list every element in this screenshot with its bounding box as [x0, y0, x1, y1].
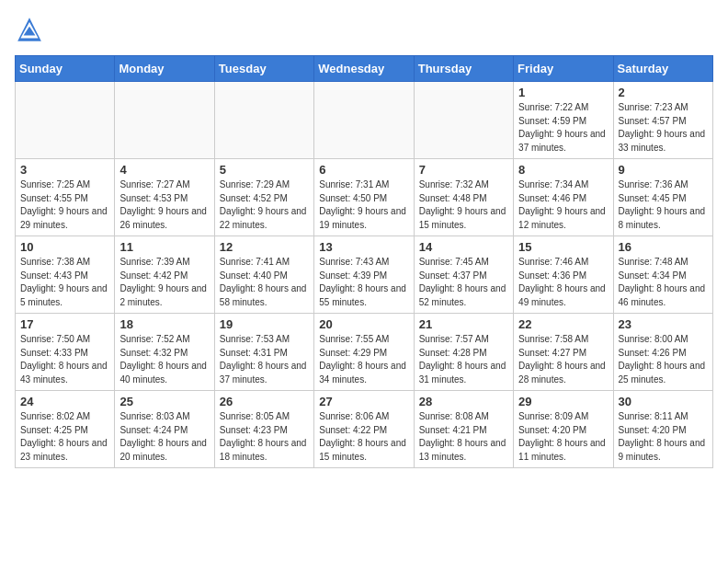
day-number: 6: [319, 163, 408, 177]
day-number: 1: [518, 86, 608, 99]
logo: [15, 15, 48, 44]
day-number: 2: [619, 86, 708, 99]
day-info: Sunrise: 7:43 AMSunset: 4:39 PMDaylight:…: [319, 256, 408, 309]
day-info: Sunrise: 7:27 AMSunset: 4:53 PMDaylight:…: [119, 178, 209, 232]
day-info: Sunrise: 8:08 AMSunset: 4:21 PMDaylight:…: [419, 410, 508, 464]
day-info: Sunrise: 7:32 AMSunset: 4:48 PMDaylight:…: [419, 178, 508, 232]
day-number: 27: [319, 395, 408, 408]
weekday-header: Thursday: [414, 56, 513, 82]
day-info: Sunrise: 7:45 AMSunset: 4:37 PMDaylight:…: [419, 256, 508, 309]
day-info: Sunrise: 8:06 AMSunset: 4:22 PMDaylight:…: [319, 410, 408, 464]
day-info: Sunrise: 8:05 AMSunset: 4:23 PMDaylight:…: [220, 410, 309, 464]
day-info: Sunrise: 7:31 AMSunset: 4:50 PMDaylight:…: [319, 178, 408, 232]
calendar-header-row: SundayMondayTuesdayWednesdayThursdayFrid…: [16, 56, 713, 82]
day-info: Sunrise: 8:02 AMSunset: 4:25 PMDaylight:…: [20, 410, 109, 464]
day-number: 5: [220, 163, 309, 177]
weekday-header: Saturday: [613, 56, 712, 82]
day-info: Sunrise: 7:46 AMSunset: 4:36 PMDaylight:…: [518, 256, 608, 309]
calendar-day-cell: 9Sunrise: 7:36 AMSunset: 4:45 PMDaylight…: [613, 159, 712, 236]
calendar-day-cell: [414, 82, 513, 159]
day-info: Sunrise: 7:48 AMSunset: 4:34 PMDaylight:…: [619, 256, 708, 309]
calendar-week-row: 10Sunrise: 7:38 AMSunset: 4:43 PMDayligh…: [16, 236, 713, 314]
calendar-day-cell: 4Sunrise: 7:27 AMSunset: 4:53 PMDaylight…: [115, 159, 214, 236]
day-number: 19: [220, 317, 309, 331]
calendar-day-cell: 18Sunrise: 7:52 AMSunset: 4:32 PMDayligh…: [115, 314, 214, 391]
day-info: Sunrise: 8:00 AMSunset: 4:26 PMDaylight:…: [619, 333, 708, 386]
day-number: 23: [619, 317, 708, 331]
calendar-day-cell: 15Sunrise: 7:46 AMSunset: 4:36 PMDayligh…: [514, 236, 613, 314]
calendar-week-row: 24Sunrise: 8:02 AMSunset: 4:25 PMDayligh…: [16, 391, 713, 468]
calendar-week-row: 1Sunrise: 7:22 AMSunset: 4:59 PMDaylight…: [16, 82, 713, 159]
calendar-day-cell: 22Sunrise: 7:58 AMSunset: 4:27 PMDayligh…: [514, 314, 613, 391]
calendar-day-cell: 1Sunrise: 7:22 AMSunset: 4:59 PMDaylight…: [514, 82, 613, 159]
calendar-day-cell: 17Sunrise: 7:50 AMSunset: 4:33 PMDayligh…: [16, 314, 115, 391]
day-info: Sunrise: 7:36 AMSunset: 4:45 PMDaylight:…: [619, 178, 708, 232]
calendar-day-cell: 6Sunrise: 7:31 AMSunset: 4:50 PMDaylight…: [314, 159, 414, 236]
day-info: Sunrise: 7:34 AMSunset: 4:46 PMDaylight:…: [518, 178, 608, 232]
day-number: 26: [220, 395, 309, 408]
day-number: 13: [319, 240, 408, 254]
day-number: 15: [518, 240, 608, 254]
calendar-day-cell: 5Sunrise: 7:29 AMSunset: 4:52 PMDaylight…: [214, 159, 313, 236]
calendar-day-cell: 28Sunrise: 8:08 AMSunset: 4:21 PMDayligh…: [414, 391, 513, 468]
weekday-header: Tuesday: [214, 56, 313, 82]
day-info: Sunrise: 7:53 AMSunset: 4:31 PMDaylight:…: [220, 333, 309, 386]
day-info: Sunrise: 7:58 AMSunset: 4:27 PMDaylight:…: [518, 333, 608, 386]
day-info: Sunrise: 7:57 AMSunset: 4:28 PMDaylight:…: [419, 333, 508, 386]
calendar-day-cell: 24Sunrise: 8:02 AMSunset: 4:25 PMDayligh…: [16, 391, 115, 468]
day-number: 10: [20, 240, 109, 254]
calendar-day-cell: 19Sunrise: 7:53 AMSunset: 4:31 PMDayligh…: [214, 314, 313, 391]
calendar-day-cell: 7Sunrise: 7:32 AMSunset: 4:48 PMDaylight…: [414, 159, 513, 236]
weekday-header: Sunday: [16, 56, 115, 82]
calendar-day-cell: 21Sunrise: 7:57 AMSunset: 4:28 PMDayligh…: [414, 314, 513, 391]
calendar-day-cell: [314, 82, 414, 159]
day-info: Sunrise: 8:11 AMSunset: 4:20 PMDaylight:…: [619, 410, 708, 464]
day-number: 22: [518, 317, 608, 331]
calendar-day-cell: 8Sunrise: 7:34 AMSunset: 4:46 PMDaylight…: [514, 159, 613, 236]
day-number: 30: [619, 395, 708, 408]
day-info: Sunrise: 7:41 AMSunset: 4:40 PMDaylight:…: [220, 256, 309, 309]
calendar-day-cell: 27Sunrise: 8:06 AMSunset: 4:22 PMDayligh…: [314, 391, 414, 468]
day-info: Sunrise: 7:38 AMSunset: 4:43 PMDaylight:…: [20, 256, 109, 309]
calendar-day-cell: 23Sunrise: 8:00 AMSunset: 4:26 PMDayligh…: [613, 314, 712, 391]
day-info: Sunrise: 8:03 AMSunset: 4:24 PMDaylight:…: [119, 410, 209, 464]
day-info: Sunrise: 8:09 AMSunset: 4:20 PMDaylight:…: [518, 410, 608, 464]
calendar-day-cell: [16, 82, 115, 159]
calendar-day-cell: 10Sunrise: 7:38 AMSunset: 4:43 PMDayligh…: [16, 236, 115, 314]
day-info: Sunrise: 7:22 AMSunset: 4:59 PMDaylight:…: [518, 101, 608, 155]
calendar-day-cell: 2Sunrise: 7:23 AMSunset: 4:57 PMDaylight…: [613, 82, 712, 159]
day-number: 16: [619, 240, 708, 254]
page-header: [15, 15, 713, 44]
day-number: 3: [20, 163, 109, 177]
day-number: 14: [419, 240, 508, 254]
day-number: 17: [20, 317, 109, 331]
day-number: 21: [419, 317, 508, 331]
day-info: Sunrise: 7:52 AMSunset: 4:32 PMDaylight:…: [119, 333, 209, 386]
calendar-table: SundayMondayTuesdayWednesdayThursdayFrid…: [15, 55, 713, 468]
calendar-day-cell: 11Sunrise: 7:39 AMSunset: 4:42 PMDayligh…: [115, 236, 214, 314]
calendar-day-cell: 16Sunrise: 7:48 AMSunset: 4:34 PMDayligh…: [613, 236, 712, 314]
weekday-header: Friday: [514, 56, 613, 82]
calendar-day-cell: 30Sunrise: 8:11 AMSunset: 4:20 PMDayligh…: [613, 391, 712, 468]
day-info: Sunrise: 7:55 AMSunset: 4:29 PMDaylight:…: [319, 333, 408, 386]
day-info: Sunrise: 7:25 AMSunset: 4:55 PMDaylight:…: [20, 178, 109, 232]
day-number: 12: [220, 240, 309, 254]
day-number: 28: [419, 395, 508, 408]
calendar-week-row: 3Sunrise: 7:25 AMSunset: 4:55 PMDaylight…: [16, 159, 713, 236]
calendar-week-row: 17Sunrise: 7:50 AMSunset: 4:33 PMDayligh…: [16, 314, 713, 391]
day-info: Sunrise: 7:29 AMSunset: 4:52 PMDaylight:…: [220, 178, 309, 232]
calendar-day-cell: 12Sunrise: 7:41 AMSunset: 4:40 PMDayligh…: [214, 236, 313, 314]
calendar-day-cell: 3Sunrise: 7:25 AMSunset: 4:55 PMDaylight…: [16, 159, 115, 236]
weekday-header: Wednesday: [314, 56, 414, 82]
day-number: 18: [119, 317, 209, 331]
day-number: 25: [119, 395, 209, 408]
calendar-day-cell: 29Sunrise: 8:09 AMSunset: 4:20 PMDayligh…: [514, 391, 613, 468]
weekday-header: Monday: [115, 56, 214, 82]
day-number: 7: [419, 163, 508, 177]
calendar-day-cell: 20Sunrise: 7:55 AMSunset: 4:29 PMDayligh…: [314, 314, 414, 391]
calendar-day-cell: 14Sunrise: 7:45 AMSunset: 4:37 PMDayligh…: [414, 236, 513, 314]
logo-icon: [15, 15, 44, 44]
day-number: 29: [518, 395, 608, 408]
calendar-day-cell: [115, 82, 214, 159]
day-number: 9: [619, 163, 708, 177]
